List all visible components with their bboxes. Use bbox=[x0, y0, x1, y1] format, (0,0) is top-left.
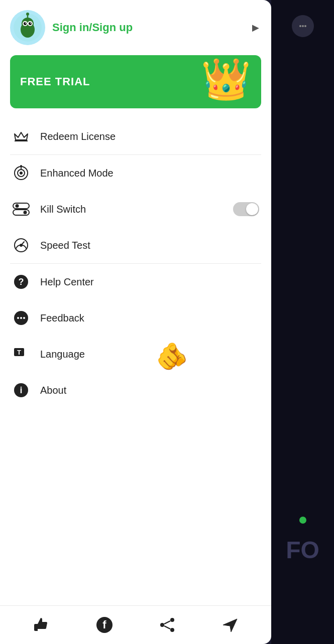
menu-item-enhanced-mode[interactable]: Enhanced Mode bbox=[0, 155, 271, 191]
free-trial-label: FREE TRIAL bbox=[20, 75, 90, 88]
menu-item-help-center[interactable]: ? Help Center bbox=[0, 264, 271, 300]
free-trial-banner[interactable]: FREE TRIAL 👑 bbox=[10, 55, 261, 108]
svg-text:T: T bbox=[17, 349, 21, 356]
speedometer-icon bbox=[12, 236, 30, 254]
menu-item-language[interactable]: T Language bbox=[0, 336, 271, 372]
svg-point-8 bbox=[29, 22, 32, 25]
svg-text:i: i bbox=[20, 385, 22, 395]
antenna-icon bbox=[12, 164, 30, 182]
send-button[interactable] bbox=[220, 615, 240, 635]
question-icon: ? bbox=[12, 273, 30, 291]
enhanced-mode-label: Enhanced Mode bbox=[40, 168, 259, 179]
about-label: About bbox=[40, 385, 259, 396]
avatar bbox=[10, 10, 45, 45]
svg-point-18 bbox=[16, 204, 19, 208]
facebook-button[interactable]: f bbox=[94, 615, 115, 635]
feedback-label: Feedback bbox=[40, 312, 259, 324]
green-dot bbox=[299, 517, 306, 524]
sign-in-label: Sign in/Sign up bbox=[52, 21, 245, 34]
svg-point-25 bbox=[17, 317, 19, 319]
svg-point-10 bbox=[30, 23, 31, 24]
menu-item-speed-test[interactable]: Speed Test bbox=[0, 227, 271, 263]
menu-item-feedback[interactable]: Feedback bbox=[0, 300, 271, 336]
menu-section: Redeem License Enhanced Mode bbox=[0, 118, 271, 605]
chevron-right-icon: ▶ bbox=[252, 22, 259, 33]
chat-icon bbox=[12, 309, 30, 327]
svg-line-38 bbox=[164, 626, 170, 629]
svg-point-34 bbox=[170, 618, 174, 622]
help-center-label: Help Center bbox=[40, 276, 259, 288]
svg-point-13 bbox=[20, 172, 23, 175]
svg-line-37 bbox=[164, 621, 170, 624]
menu-item-about[interactable]: i About bbox=[0, 372, 271, 408]
svg-point-40 bbox=[302, 25, 304, 27]
svg-point-41 bbox=[304, 25, 306, 27]
svg-point-19 bbox=[24, 211, 27, 214]
svg-point-9 bbox=[25, 23, 26, 24]
kill-switch-label: Kill Switch bbox=[40, 204, 223, 215]
kill-switch-toggle[interactable] bbox=[233, 202, 259, 216]
language-label: Language bbox=[40, 349, 259, 360]
drawer-panel: Sign in/Sign up ▶ FREE TRIAL 👑 Redeem Li… bbox=[0, 0, 271, 644]
thumbs-up-button[interactable] bbox=[32, 615, 52, 635]
redeem-label: Redeem License bbox=[40, 131, 259, 142]
menu-item-redeem[interactable]: Redeem License bbox=[0, 118, 271, 154]
svg-text:f: f bbox=[102, 618, 106, 631]
svg-point-39 bbox=[299, 25, 301, 27]
svg-text:?: ? bbox=[19, 277, 24, 287]
crown-menu-icon bbox=[12, 127, 30, 145]
toggle-icon bbox=[12, 200, 30, 218]
bottom-bar: f bbox=[0, 605, 271, 644]
svg-point-27 bbox=[23, 317, 25, 319]
chat-dark-icon[interactable] bbox=[292, 15, 314, 37]
toggle-knob bbox=[246, 203, 258, 215]
svg-point-7 bbox=[24, 22, 27, 25]
svg-point-4 bbox=[26, 13, 29, 16]
speed-test-label: Speed Test bbox=[40, 240, 259, 251]
menu-item-kill-switch[interactable]: Kill Switch bbox=[0, 191, 271, 227]
header[interactable]: Sign in/Sign up ▶ bbox=[0, 0, 271, 55]
share-button[interactable] bbox=[157, 615, 177, 635]
dark-side-panel: FO bbox=[271, 0, 334, 644]
svg-point-26 bbox=[20, 317, 22, 319]
svg-point-35 bbox=[160, 623, 164, 627]
translate-icon: T bbox=[12, 345, 30, 363]
info-icon: i bbox=[12, 381, 30, 399]
crown-icon: 👑 bbox=[201, 59, 251, 99]
svg-point-36 bbox=[170, 628, 174, 632]
fo-text: FO bbox=[286, 536, 319, 564]
svg-point-15 bbox=[20, 165, 22, 167]
